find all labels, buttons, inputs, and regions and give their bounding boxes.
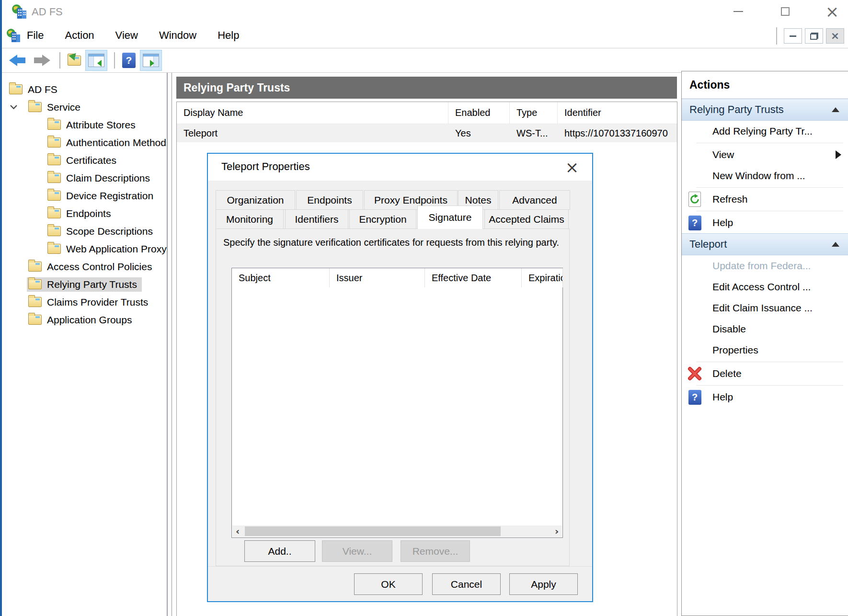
action-properties[interactable]: Properties: [682, 340, 848, 361]
action-help[interactable]: ?Help: [682, 387, 848, 408]
mdi-restore-button[interactable]: [805, 28, 823, 44]
tab-signature[interactable]: Signature: [417, 205, 483, 229]
tab-organization[interactable]: Organization: [216, 190, 295, 210]
mdi-close-button[interactable]: ×: [826, 28, 844, 44]
action-disable[interactable]: Disable: [682, 319, 848, 340]
tree-item-access-control-policies[interactable]: Access Control Policies: [2, 258, 167, 275]
action-pane-icon: [143, 54, 159, 67]
tree-item-authentication-methods[interactable]: Authentication Methods: [2, 134, 167, 151]
help-icon: ?: [687, 215, 703, 231]
folder-icon: [47, 173, 61, 183]
dialog-title: Teleport Properties: [221, 160, 310, 173]
mdi-minimize-button[interactable]: [784, 28, 802, 44]
close-button[interactable]: ×: [821, 2, 843, 21]
adfs-app-icon: [11, 3, 28, 20]
horizontal-scrollbar[interactable]: ‹ ›: [232, 525, 562, 537]
dialog-close-button[interactable]: ×: [562, 158, 582, 177]
collapse-arrow-icon[interactable]: [832, 242, 839, 247]
column-header-enabled[interactable]: Enabled: [448, 102, 510, 124]
folder-icon: [28, 102, 42, 112]
cancel-button[interactable]: Cancel: [432, 573, 501, 595]
tree-item-highlight: Relying Party Trusts: [27, 277, 142, 292]
menu-item-help[interactable]: Help: [218, 29, 239, 42]
column-header-display-name[interactable]: Display Name: [177, 102, 448, 124]
collapse-arrow-icon[interactable]: [832, 107, 839, 112]
action-edit-access-control[interactable]: Edit Access Control ...: [682, 276, 848, 297]
table-cell-identifier: https://10701337160970: [558, 124, 677, 142]
view-button: View...: [322, 540, 392, 562]
list-column-headers: Display NameEnabledTypeIdentifier: [177, 102, 677, 124]
minimize-button[interactable]: [727, 2, 749, 21]
forward-button[interactable]: [31, 50, 53, 71]
tree-item-application-groups[interactable]: Application Groups: [2, 311, 167, 329]
forward-icon: [33, 55, 50, 66]
action-refresh[interactable]: Refresh: [682, 189, 848, 210]
tab-identifiers[interactable]: Identifiers: [285, 209, 348, 229]
add-button[interactable]: Add..: [244, 540, 315, 562]
tree-item-label: Attribute Stores: [66, 119, 136, 131]
toolbar-separator: [59, 52, 60, 68]
tree-item-ad-fs[interactable]: AD FS: [2, 80, 167, 98]
remove-button: Remove...: [401, 540, 470, 562]
help-button[interactable]: ?: [120, 50, 138, 71]
tab-accepted-claims[interactable]: Accepted Claims: [484, 209, 569, 229]
minimize-icon: [733, 11, 743, 12]
action-add-relying-party-tr[interactable]: Add Relying Party Tr...: [682, 121, 848, 142]
column-header-identifier[interactable]: Identifier: [558, 102, 677, 124]
cert-column-subject[interactable]: Subject: [232, 268, 330, 287]
actions-group-header-teleport[interactable]: Teleport: [682, 233, 848, 255]
action-edit-claim-issuance[interactable]: Edit Claim Issuance ...: [682, 297, 848, 319]
tree-item-label: Device Registration: [66, 190, 153, 202]
tree-item-service[interactable]: Service: [2, 98, 167, 116]
tree-item-label: Authentication Methods: [66, 137, 168, 148]
column-header-type[interactable]: Type: [510, 102, 558, 124]
folder-icon: [47, 191, 61, 201]
tree-item-highlight: Scope Descriptions: [46, 224, 158, 239]
tree-item-scope-descriptions[interactable]: Scope Descriptions: [2, 222, 167, 240]
toolbar-separator-2: [114, 52, 115, 68]
menu-item-window[interactable]: Window: [159, 29, 196, 42]
tree-item-claims-provider-trusts[interactable]: Claims Provider Trusts: [2, 293, 167, 311]
action-help[interactable]: ?Help: [682, 212, 848, 233]
menu-item-view[interactable]: View: [115, 29, 138, 42]
cert-column-issuer[interactable]: Issuer: [330, 268, 425, 287]
action-new-window-from[interactable]: New Window from ...: [682, 165, 848, 186]
scrollbar-thumb[interactable]: [245, 526, 501, 536]
tab-advanced[interactable]: Advanced: [499, 190, 570, 210]
ok-button[interactable]: OK: [354, 573, 423, 595]
export-list-button[interactable]: [65, 50, 83, 71]
folder-icon: [47, 244, 61, 254]
cert-column-effective-date[interactable]: Effective Date: [425, 268, 522, 287]
action-view[interactable]: View: [682, 144, 848, 165]
tree-item-claim-descriptions[interactable]: Claim Descriptions: [2, 169, 167, 187]
show-console-tree-button[interactable]: [85, 50, 107, 71]
scroll-right-icon[interactable]: ›: [551, 525, 562, 537]
back-button[interactable]: [7, 50, 29, 71]
menu-item-action[interactable]: Action: [65, 29, 94, 42]
certificate-list: SubjectIssuerEffective DateExpiration ‹ …: [231, 268, 563, 538]
actions-group-header-relying-party-trusts[interactable]: Relying Party Trusts: [682, 99, 848, 121]
tree-item-device-registration[interactable]: Device Registration: [2, 187, 167, 205]
action-separator: [696, 385, 843, 386]
export-folder-icon: [68, 56, 81, 66]
tree-item-relying-party-trusts[interactable]: Relying Party Trusts: [2, 275, 167, 293]
tab-monitoring[interactable]: Monitoring: [216, 209, 284, 229]
show-action-pane-button[interactable]: [140, 50, 162, 71]
tab-endpoints[interactable]: Endpoints: [296, 190, 363, 210]
scroll-left-icon[interactable]: ‹: [232, 525, 243, 537]
tab-encryption[interactable]: Encryption: [349, 209, 416, 229]
tree-item-label: Certificates: [66, 155, 116, 166]
tree-item-attribute-stores[interactable]: Attribute Stores: [2, 116, 167, 134]
apply-button[interactable]: Apply: [509, 573, 578, 595]
maximize-button[interactable]: [774, 2, 796, 21]
action-delete[interactable]: Delete: [682, 363, 848, 384]
tree-item-web-application-proxy[interactable]: Web Application Proxy: [2, 240, 167, 258]
tree-item-label: Service: [47, 102, 80, 113]
table-row[interactable]: TeleportYesWS-T...https://10701337160970: [177, 124, 677, 142]
tree-item-endpoints[interactable]: Endpoints: [2, 205, 167, 222]
menu-item-file[interactable]: File: [27, 29, 44, 42]
chevron-down-icon[interactable]: [10, 104, 27, 110]
close-icon: ×: [825, 3, 839, 20]
cert-column-expiration[interactable]: Expiration: [522, 268, 563, 287]
tree-item-certificates[interactable]: Certificates: [2, 151, 167, 169]
